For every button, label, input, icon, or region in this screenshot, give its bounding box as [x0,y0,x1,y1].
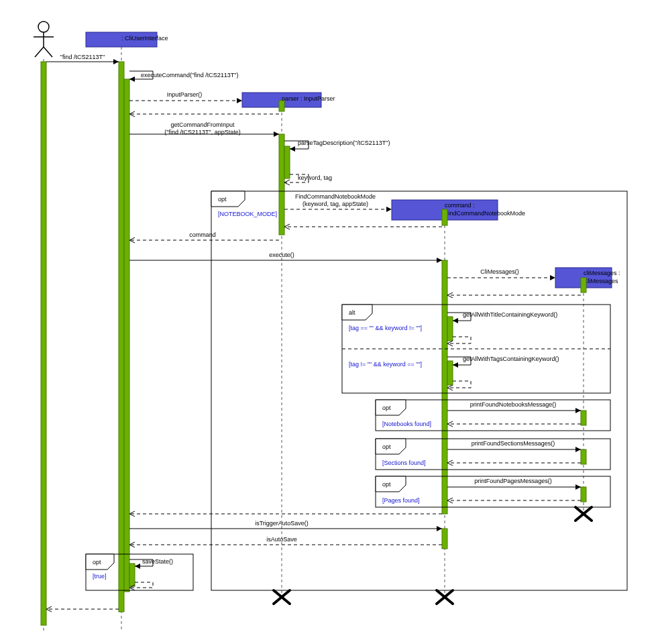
actor-lifeline-head [34,21,54,57]
svg-text:isAutoSave: isAutoSave [266,536,297,543]
return-FindCommandNotebookMode [284,224,442,229]
svg-line-3 [35,47,44,57]
cmd-activation-self2 [447,361,453,385]
msg-FindCommandNotebookMode: FindCommandNotebookMode (keyword, tag, a… [284,193,392,212]
msg-find: "find /tCS2113T" [46,54,119,64]
cli-activation-main [119,62,124,612]
svg-text:getAllWithTagsContainingKeywor: getAllWithTagsContainingKeyword() [463,356,559,362]
svg-text:command :: command : [445,202,475,209]
svg-marker-68 [575,447,581,452]
actor-activation [41,62,46,625]
msg-InputParser: InputParser() [129,91,242,103]
cli-activation-exec [124,79,129,592]
msgs-activation-pg [581,487,586,502]
msg-CliMessages: CliMessages() [447,268,555,280]
msgs-activation-sec [581,449,586,464]
cmd-activation-ctor [442,209,447,225]
svg-text:opt: opt [218,196,227,203]
return-to-actor [46,606,119,612]
msg-getAllWithTags: getAllWithTagsContainingKeyword() [447,356,559,390]
svg-marker-18 [129,76,135,82]
svg-text:saveState(): saveState() [142,558,173,565]
cmd-activation-autosave [442,529,447,549]
msgs-activation-ctor [581,278,586,292]
svg-marker-21 [237,98,242,103]
svg-text:printFoundSectionsMessages(): printFoundSectionsMessages() [472,440,555,447]
return-command: command [129,231,279,243]
svg-marker-35 [386,207,392,212]
parser-lifeline-head: parser : InputParser [242,93,335,107]
svg-text:opt: opt [382,481,391,488]
svg-point-0 [38,21,49,32]
msg-printFoundNotebooks: printFoundNotebooksMessage() [447,401,581,427]
svg-text:opt: opt [382,443,391,450]
svg-text:[true]: [true] [93,573,107,580]
svg-text:[Sections found]: [Sections found] [382,460,426,466]
msg-executeCommand: executeCommand("find /tCS2113T") [129,71,238,82]
parser-activation-parsetag [284,146,290,178]
cli-lifeline-head: : CliUserInterface [86,32,168,47]
svg-text:parser : InputParser: parser : InputParser [282,95,335,102]
msg-execute: execute() [129,252,442,263]
msg-getCommandFromInput: getCommandFromInput ("find /tCS2113T", a… [129,121,279,137]
svg-text:keyword, tag: keyword, tag [298,174,332,181]
msg-isTriggerAutoSave: isTriggerAutoSave() [129,520,442,531]
return-InputParser [129,111,279,117]
svg-text:FindCommandNotebookMode: FindCommandNotebookMode [295,193,376,200]
svg-text:[Notebooks found]: [Notebooks found] [382,421,431,427]
svg-text:printFoundNotebooksMessage(): printFoundNotebooksMessage() [470,401,557,408]
svg-marker-53 [453,318,458,323]
svg-text:parseTagDescription("/tCS2113T: parseTagDescription("/tCS2113T") [298,140,390,146]
svg-marker-45 [550,275,555,280]
svg-text:[tag == "" && keyword != ""]: [tag == "" && keyword != ""] [349,325,422,331]
svg-marker-42 [437,258,442,263]
cmd-activation-exec [442,260,447,514]
svg-text:opt: opt [93,559,101,566]
msg-parseTagDescription: parseTagDescription("/tCS2113T") [284,140,390,152]
msg-printFoundPages: printFoundPagesMessages() [447,478,581,503]
svg-text:opt: opt [382,405,391,411]
svg-text:CliMessages: CliMessages [584,278,618,284]
parser-activation-getcmd [279,134,284,235]
svg-text:printFoundPagesMessages(): printFoundPagesMessages() [474,478,552,484]
svg-text:getAllWithTitleContainingKeywo: getAllWithTitleContainingKeyword() [463,311,557,318]
cli-activation-save [129,564,135,586]
svg-text:FindCommandNotebookMode: FindCommandNotebookMode [445,210,525,217]
svg-marker-80 [437,526,442,531]
return-execute [129,511,442,517]
svg-marker-55 [453,362,458,368]
svg-text:"find /tCS2113T": "find /tCS2113T" [60,54,105,60]
msg-saveState: saveState() [129,558,173,590]
svg-marker-28 [290,146,295,152]
msg-printFoundSections: printFoundSectionsMessages() [447,440,581,466]
return-CliMessages [447,292,581,298]
msg-getAllWithTitle: getAllWithTitleContainingKeyword() [447,311,557,346]
svg-text:InputParser(): InputParser() [167,91,203,98]
svg-text:getCommandFromInput: getCommandFromInput [170,121,235,128]
svg-text:("find /tCS2113T", appState): ("find /tCS2113T", appState) [164,129,240,136]
svg-text:CliMessages(): CliMessages() [480,268,519,275]
svg-text:executeCommand("find /tCS2113T: executeCommand("find /tCS2113T") [141,72,238,78]
svg-text:cliMessages :: cliMessages : [584,270,620,276]
svg-text:[tag != "" && keyword == ""]: [tag != "" && keyword == ""] [349,361,422,368]
parser-activation-ctor [279,101,284,111]
return-keyword-tag: keyword, tag [284,174,332,185]
svg-marker-16 [113,59,119,64]
svg-text:(keyword, tag, appState): (keyword, tag, appState) [302,201,368,207]
svg-marker-75 [575,484,581,490]
svg-text:isTriggerAutoSave(): isTriggerAutoSave() [255,520,309,527]
svg-marker-61 [575,408,581,413]
svg-marker-87 [135,564,140,569]
msgs-activation-nb [581,411,586,425]
svg-marker-25 [274,131,279,137]
svg-line-4 [44,47,52,57]
svg-text:[Pages found]: [Pages found] [382,497,420,504]
svg-text:execute(): execute() [269,252,294,258]
svg-text:command: command [189,231,216,238]
climessages-lifeline-head: cliMessages : CliMessages [555,268,620,288]
command-lifeline-head: command : FindCommandNotebookMode [392,200,525,220]
svg-text:[NOTEBOOK_MODE]: [NOTEBOOK_MODE] [218,211,277,217]
cmd-activation-self1 [447,317,453,341]
svg-text:: CliUserInterface: : CliUserInterface [121,35,168,42]
return-isAutoSave: isAutoSave [129,536,442,547]
